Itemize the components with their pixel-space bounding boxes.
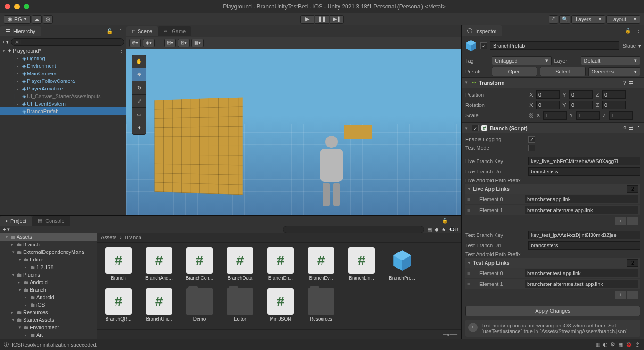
panel-menu-icon[interactable]: ⋮ (633, 28, 644, 34)
gameobject-name-input[interactable] (490, 41, 619, 50)
drag-handle-icon[interactable]: ≡ (467, 281, 474, 287)
hand-tool[interactable]: ✋ (132, 55, 146, 68)
asset-item[interactable]: #BranchEv... (305, 247, 338, 281)
panel-menu-icon[interactable]: ⋮ (450, 218, 461, 224)
prefab-select-button[interactable]: Select (540, 67, 585, 76)
expand-icon[interactable]: ▼ (11, 250, 16, 254)
expand-icon[interactable]: ▼ (2, 49, 7, 53)
account-button[interactable]: ◉ RG ▾ (4, 15, 31, 24)
help-icon[interactable]: ? (623, 80, 626, 86)
asset-item[interactable]: #BranchUni... (142, 288, 175, 322)
test-key-input[interactable] (528, 231, 640, 239)
expand-icon[interactable]: ▸ (11, 243, 16, 247)
folder-row[interactable]: ▸🖿iOS (0, 301, 97, 309)
hidden-icon[interactable]: 👁‍🗨8 (449, 227, 458, 233)
folder-row[interactable]: ▸🖿1.2.178 (0, 263, 97, 271)
tag-dropdown[interactable]: Untagged▾ (492, 56, 552, 65)
asset-item[interactable]: #BranchAnd... (142, 247, 175, 281)
breadcrumb-root[interactable]: Assets (101, 235, 116, 240)
rotate-tool[interactable]: ↻ (132, 81, 146, 95)
scene-row[interactable]: ▼ ✦ Playground* ⋮ (0, 47, 126, 55)
expand-icon[interactable]: ▸ (17, 64, 21, 68)
hierarchy-tab[interactable]: ☰ Hierarchy (0, 26, 41, 36)
filter-icon[interactable]: ◆ (435, 227, 438, 233)
scl-x-input[interactable] (543, 111, 567, 120)
apply-changes-button[interactable]: Apply Changes (465, 306, 640, 316)
search-button[interactable]: 🔍 (559, 15, 570, 24)
collapse-icon[interactable]: ▼ (464, 126, 469, 130)
expand-icon[interactable]: ▼ (11, 318, 16, 322)
status-icon[interactable]: ▦ (618, 342, 623, 348)
expand-icon[interactable]: ▼ (5, 235, 9, 239)
asset-item[interactable]: #BranchQR... (102, 288, 135, 322)
minimize-window-button[interactable] (14, 4, 20, 9)
undo-history-button[interactable]: ↶ (549, 15, 558, 24)
asset-item[interactable]: BranchPre... (386, 247, 419, 281)
hierarchy-item[interactable]: |▸◈PlayerArmature (0, 85, 126, 92)
constrain-icon[interactable]: ⛓ (528, 113, 534, 118)
folder-row[interactable]: ▼🖿Plugins (0, 271, 97, 278)
hierarchy-item[interactable]: |▸◈Environment (0, 62, 126, 70)
folder-row[interactable]: ▸🖿Branch (0, 241, 97, 248)
drag-handle-icon[interactable]: ≡ (467, 196, 474, 202)
remove-item-button[interactable]: − (627, 291, 638, 299)
live-el1-input[interactable] (525, 206, 638, 214)
test-uri-input[interactable] (528, 241, 640, 250)
increment-button[interactable]: ▦▾ (191, 39, 204, 47)
pos-y-input[interactable] (569, 90, 593, 99)
folder-row[interactable]: ▼🖿ExternalDependencyMana (0, 248, 97, 256)
expand-icon[interactable]: ▸ (18, 280, 23, 285)
expand-icon[interactable]: ▸ (17, 72, 21, 76)
cloud-button[interactable]: ☁ (32, 15, 42, 24)
lock-icon[interactable]: 🔓 (623, 28, 633, 34)
hierarchy-item[interactable]: |▸◈MainCamera (0, 70, 126, 77)
layers-dropdown[interactable]: Layers▾ (571, 15, 605, 24)
close-window-button[interactable] (5, 4, 10, 9)
static-dropdown-icon[interactable]: ▾ (638, 43, 641, 49)
scale-tool[interactable]: ⤢ (132, 95, 146, 108)
list-item[interactable]: ≡Element 0 (465, 268, 640, 278)
folder-row[interactable]: ▼🖿Branch (0, 286, 97, 293)
pivot-button[interactable]: ⊕▾ (129, 39, 141, 47)
test-links-header[interactable]: ▼Test App Links (465, 258, 640, 268)
layer-dropdown[interactable]: Default▾ (581, 56, 641, 65)
asset-item[interactable]: #BranchCon... (183, 247, 216, 281)
inspector-tab[interactable]: ⓘ Inspector (462, 25, 502, 36)
expand-icon[interactable]: ▼ (18, 288, 23, 292)
search-mode-icon[interactable]: ▤ (427, 227, 432, 233)
test-el0-input[interactable] (525, 269, 638, 277)
hierarchy-item[interactable]: |◈UI_Canvas_StarterAssetsInputs (0, 92, 126, 100)
project-search[interactable] (283, 226, 424, 233)
panel-menu-icon[interactable]: ⋮ (115, 28, 126, 34)
folder-row[interactable]: ▼🖿Assets (0, 233, 97, 241)
hierarchy-search[interactable] (11, 38, 124, 46)
drag-handle-icon[interactable]: ≡ (467, 207, 474, 213)
component-menu-icon[interactable]: ⋮ (636, 125, 641, 131)
asset-item[interactable]: #Branch (102, 247, 135, 281)
live-links-header[interactable]: ▼Live App Links (465, 184, 640, 194)
expand-icon[interactable]: ▸ (25, 333, 29, 337)
test-mode-checkbox[interactable] (528, 145, 535, 151)
expand-icon[interactable]: ▼ (11, 273, 16, 277)
pos-z-input[interactable] (602, 90, 626, 99)
test-el1-input[interactable] (525, 280, 638, 288)
expand-icon[interactable]: ▸ (25, 295, 29, 300)
rot-z-input[interactable] (602, 101, 626, 109)
expand-icon[interactable]: ▸ (25, 265, 29, 269)
asset-item[interactable]: #BranchData (223, 247, 256, 281)
live-el0-input[interactable] (525, 195, 638, 203)
active-checkbox[interactable] (480, 42, 487, 49)
layout-dropdown[interactable]: Layout▾ (606, 15, 640, 24)
asset-item[interactable]: #MiniJSON (264, 288, 297, 322)
services-button[interactable]: ◎ (43, 15, 53, 24)
list-item[interactable]: ≡Element 0 (465, 194, 640, 204)
scl-y-input[interactable] (576, 111, 600, 120)
enable-logging-checkbox[interactable] (528, 136, 535, 143)
add-item-button[interactable]: + (615, 291, 626, 299)
folder-row[interactable]: ▸🖿Resources (0, 309, 97, 316)
rot-x-input[interactable] (536, 101, 560, 109)
expand-icon[interactable]: ▸ (17, 79, 21, 83)
rect-tool[interactable]: ▭ (132, 108, 146, 121)
grid-slider-handle[interactable]: ─●── (443, 332, 457, 337)
expand-icon[interactable]: ▸ (17, 57, 21, 61)
